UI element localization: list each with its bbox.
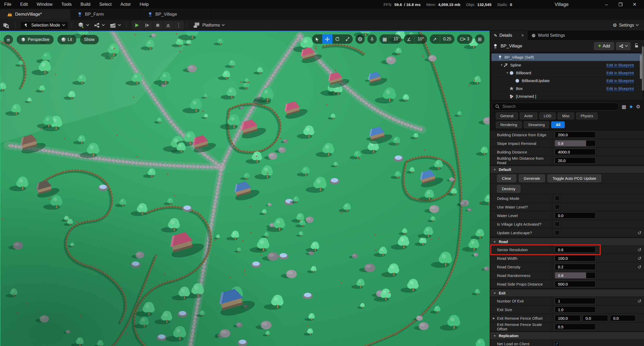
scale-snap-control[interactable]: ↗ 0.25 bbox=[430, 34, 454, 44]
menu-item-edit[interactable]: Edit bbox=[20, 2, 28, 7]
cinematics-dropdown[interactable] bbox=[107, 21, 123, 30]
play-options-button[interactable]: ⋮ bbox=[173, 21, 184, 30]
menu-item-help[interactable]: Help bbox=[140, 2, 149, 7]
add-actor-dropdown[interactable]: + bbox=[75, 21, 91, 30]
reset-to-default-button[interactable]: ↺ bbox=[637, 230, 641, 236]
tab-world-settings[interactable]: World Settings bbox=[528, 31, 569, 40]
property-value-input[interactable]: 200.0 bbox=[555, 132, 596, 138]
frame-skip-button[interactable] bbox=[142, 21, 153, 30]
vector-component-input[interactable]: 0.0 bbox=[610, 315, 636, 321]
component-row-spline[interactable]: ▼SplineEdit in Blueprint bbox=[491, 61, 643, 69]
lock-details-button[interactable] bbox=[634, 43, 639, 49]
menu-item-window[interactable]: Window bbox=[37, 2, 52, 7]
filter-chip-rendering[interactable]: Rendering bbox=[496, 121, 522, 128]
platforms-dropdown[interactable]: Platforms bbox=[190, 21, 227, 30]
vector-component-input[interactable]: 0.0 bbox=[582, 315, 608, 321]
minimize-button[interactable]: – bbox=[601, 1, 612, 8]
property-value-input[interactable]: 0.8 bbox=[555, 272, 596, 279]
property-checkbox[interactable] bbox=[555, 205, 560, 209]
details-settings-gear-icon[interactable]: ⚙ bbox=[636, 104, 640, 110]
component-tree-scrollbar[interactable] bbox=[640, 55, 642, 79]
component-row-bp-village-self[interactable]: BP_Village (Self) bbox=[491, 53, 643, 61]
move-tool-button[interactable] bbox=[322, 34, 332, 44]
property-checkbox[interactable] bbox=[555, 230, 560, 235]
vector-component-input[interactable]: 100.0 bbox=[555, 315, 580, 321]
filter-chip-all[interactable]: All bbox=[551, 121, 565, 128]
menu-item-build[interactable]: Build bbox=[81, 2, 90, 7]
blueprints-dropdown[interactable] bbox=[91, 21, 107, 30]
edit-in-blueprint-link[interactable]: Edit in Blueprint bbox=[606, 86, 634, 91]
world-local-toggle-button[interactable] bbox=[355, 34, 365, 44]
play-button[interactable] bbox=[132, 21, 142, 30]
reset-to-default-button[interactable]: ↺ bbox=[637, 247, 641, 252]
maximize-viewport-button[interactable]: ⊞ bbox=[475, 34, 484, 44]
filter-chip-streaming[interactable]: Streaming bbox=[524, 121, 549, 128]
close-details-tab-icon[interactable]: ✕ bbox=[521, 33, 524, 38]
search-input[interactable]: Search bbox=[492, 103, 619, 110]
asset-tab-demovillage[interactable]: DemoVillage* bbox=[0, 9, 70, 20]
section-header-road[interactable]: ▼Road bbox=[490, 238, 644, 245]
property-checkbox[interactable] bbox=[555, 196, 560, 201]
rotate-tool-button[interactable] bbox=[332, 34, 343, 44]
details-scrollbar[interactable] bbox=[642, 46, 644, 91]
property-value-input[interactable]: 20.0 bbox=[555, 157, 596, 164]
expander-icon[interactable]: ▶ bbox=[493, 317, 497, 320]
property-value-input[interactable]: 0.0 bbox=[555, 212, 596, 219]
section-header-default[interactable]: ▼Default bbox=[490, 166, 644, 173]
section-header-replication[interactable]: ▼Replication bbox=[490, 332, 644, 339]
angle-snap-control[interactable]: ∠ 10° bbox=[404, 34, 427, 44]
property-checkbox[interactable] bbox=[555, 222, 560, 226]
favorites-star-icon[interactable]: ★ bbox=[629, 104, 633, 110]
add-component-button[interactable]: +Add bbox=[594, 42, 614, 50]
asset-tab-bp-farm[interactable]: BP_Farm bbox=[70, 9, 141, 20]
component-row-billboardupdate[interactable]: BillboardUpdateEdit in Blueprint bbox=[491, 77, 643, 85]
menu-item-file[interactable]: File bbox=[4, 2, 11, 7]
property-value-input[interactable]: 100.0 bbox=[555, 255, 596, 261]
camera-speed-control[interactable]: 3 bbox=[457, 34, 472, 44]
expander-icon[interactable]: ▼ bbox=[506, 71, 509, 74]
generate-button[interactable]: Generate bbox=[519, 175, 545, 182]
quick-find-button[interactable] bbox=[0, 21, 12, 30]
filter-chip-actor[interactable]: Actor bbox=[520, 113, 537, 119]
settings-dropdown[interactable]: ⚙ Settings bbox=[613, 22, 644, 28]
property-value-input[interactable]: 4000.0 bbox=[555, 149, 596, 155]
component-row-unnamed[interactable]: [Unnamed ] bbox=[491, 92, 643, 100]
property-value-input[interactable]: 500.0 bbox=[555, 281, 596, 287]
lit-mode-dropdown[interactable]: Lit bbox=[57, 35, 76, 44]
stop-button[interactable] bbox=[153, 21, 163, 30]
property-value-input[interactable]: 0.6 bbox=[555, 246, 596, 253]
property-value-input[interactable]: 1 bbox=[555, 298, 596, 304]
perspective-dropdown[interactable]: Perspective bbox=[17, 35, 54, 44]
edit-in-blueprint-link[interactable]: Edit in Blueprint bbox=[606, 78, 634, 83]
asset-tab-bp-village[interactable]: BP_Village bbox=[141, 9, 211, 20]
clear-button[interactable]: Clear bbox=[497, 175, 516, 182]
edit-in-blueprint-link[interactable]: Edit in Blueprint bbox=[606, 71, 634, 75]
property-value-input[interactable]: 1.0 bbox=[555, 306, 596, 313]
eject-button[interactable] bbox=[163, 21, 173, 30]
surface-snapping-button[interactable] bbox=[367, 34, 377, 44]
menu-item-actor[interactable]: Actor bbox=[120, 2, 131, 7]
restore-button[interactable] bbox=[615, 1, 626, 8]
property-value-input[interactable]: 0.2 bbox=[555, 264, 596, 270]
filter-chip-misc[interactable]: Misc bbox=[558, 113, 574, 119]
component-row-box[interactable]: BoxEdit in Blueprint bbox=[491, 85, 643, 92]
filter-chip-lod[interactable]: LOD bbox=[539, 113, 556, 119]
show-dropdown[interactable]: Show bbox=[80, 35, 99, 44]
section-header-exit[interactable]: ▼Exit bbox=[490, 289, 644, 297]
select-tool-button[interactable] bbox=[312, 34, 322, 44]
toggle-auto-pcg-update-button[interactable]: Toggle Auto PCG Update bbox=[548, 175, 601, 182]
destroy-button[interactable]: Destroy bbox=[497, 185, 520, 193]
filter-chip-general[interactable]: General bbox=[496, 113, 518, 119]
grid-snap-control[interactable]: ▦ 10 bbox=[379, 34, 401, 44]
viewport-3d[interactable]: ≡ Perspective Lit Show bbox=[0, 31, 490, 346]
selection-mode-dropdown[interactable]: Selection Mode bbox=[20, 21, 69, 29]
edit-blueprint-dropdown[interactable] bbox=[616, 42, 630, 50]
property-value-input[interactable]: 0.5 bbox=[555, 324, 596, 330]
menu-item-tools[interactable]: Tools bbox=[61, 2, 72, 7]
property-value-input[interactable]: 0.8 bbox=[555, 140, 596, 146]
expander-icon[interactable]: ▼ bbox=[500, 64, 503, 66]
viewport-options-button[interactable]: ≡ bbox=[4, 35, 13, 44]
reset-to-default-button[interactable]: ↺ bbox=[637, 298, 641, 304]
filter-chip-physics[interactable]: Physics bbox=[576, 113, 598, 119]
tab-details[interactable]: ✎ Details ✕ bbox=[490, 31, 528, 40]
